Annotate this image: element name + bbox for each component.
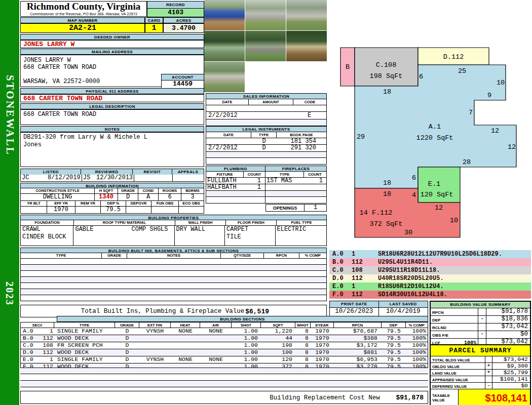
- physical-address-value: 668 CARTER TOWN ROAD: [20, 94, 204, 102]
- mailing-line2: 668 CARTER TOWN ROAD: [23, 64, 204, 71]
- property-photo-pool: [204, 0, 245, 30]
- wall-finish-value: DRY WALL: [175, 226, 225, 246]
- record-box: RECORD 4103: [147, 1, 204, 17]
- construction-style-label: CONSTRUCTION STYLE: [21, 188, 95, 193]
- sales-headers: DATE AMOUNT CODE: [206, 99, 327, 105]
- property-photo-front-view: [286, 0, 327, 30]
- property-photo-woods: [204, 31, 245, 61]
- yrblt-value: [21, 207, 47, 213]
- built-ins-total-value: $6,519: [218, 308, 269, 315]
- sketch-code-row: B.0112U29SL4U11R4D11.: [329, 258, 531, 266]
- listed-date: 8/12/2019: [48, 175, 81, 181]
- built-ins-title: BUILDING BUILT INS, BASEMENTS, ATTICS & …: [20, 248, 327, 253]
- last-saved-label: LAST SAVED: [379, 301, 429, 308]
- sketch-label: 1220 SqFt: [416, 134, 453, 142]
- replacement-cost-value: $91,878: [368, 394, 424, 401]
- notes-line1: DB291-320 from Larry W & Michele L: [23, 134, 204, 141]
- sketch-code-row: D.0112U40R18SR20D5L20U5.: [329, 274, 531, 282]
- bi-rpcn-label: RPCN: [264, 253, 299, 258]
- vs-row-dep: DEP - $18,836: [431, 316, 530, 323]
- sketch-label: 10: [450, 217, 458, 224]
- district-name: STONEWALL: [4, 75, 16, 156]
- sketch-label: 12: [508, 143, 516, 151]
- cond-value: A: [138, 194, 159, 200]
- sketch-code-row: E.01R18SU6R12D10L12U4.: [329, 282, 531, 291]
- sketch-label: 30: [404, 229, 412, 236]
- building-properties-headers: FOUNDATION ROOF TYPE/ MATERIAL WALL FINI…: [20, 220, 327, 226]
- sketch-label: 372 SqFt: [370, 220, 403, 228]
- fireplaces-headers: TYPE COUNT: [265, 172, 327, 178]
- sales-date-label: DATE: [206, 99, 249, 105]
- building-section-row: B.0112WOOD DECKD1.004481970$38879.5100%: [21, 335, 428, 342]
- built-ins-empty-row: [20, 289, 327, 295]
- ps-row-appraised: APPRAISED VALUE $108,141: [431, 376, 530, 383]
- built-ins-empty-rows: [20, 259, 327, 301]
- built-ins-headers: TYPE GRADE NOTES QTY/SIZE RPCN % COMP: [20, 253, 327, 259]
- hsqft-value: 1340: [95, 194, 118, 200]
- funobs-value: [151, 207, 179, 213]
- sketch-label: 12: [435, 204, 443, 212]
- county-header: Richmond County, Virginia Commissioner o…: [20, 1, 147, 17]
- built-ins-empty-row: [20, 283, 327, 289]
- sketch-label: 18: [383, 88, 391, 96]
- sketch-label: 14 F.112: [360, 209, 393, 217]
- sketch-label: 9: [487, 92, 491, 99]
- built-ins-empty-row: [20, 259, 327, 265]
- plumbing-count-label: COUNT: [244, 172, 265, 177]
- deeded-owner-label: DEEDED OWNER: [20, 34, 204, 40]
- wall-finish-label: WALL FINISH: [175, 220, 226, 225]
- construction-style-value: DWELLING: [21, 194, 95, 200]
- building-value-summary: BUILDING VALUE SUMMARY RPCN $91,878 DEP …: [430, 301, 531, 347]
- yrblt-label: YR BLT: [21, 201, 47, 206]
- sketch-label: 18: [383, 179, 391, 187]
- bi-grade-label: GRADE: [102, 253, 127, 258]
- effyr-value: 1970: [47, 207, 75, 213]
- building-info-values1: DWELLING 1340 D A 6 3: [20, 194, 204, 201]
- bs-header-grade: GRADE: [115, 322, 139, 328]
- taxable-value-amount: $108,141: [459, 389, 530, 405]
- legal-instruments-rows: D 181 354 2/2/2012 D 291 320: [206, 138, 327, 165]
- review-data-row: JC 8/12/2019 JS 12/30/2013: [20, 175, 204, 182]
- built-ins-empty-row: [20, 277, 327, 283]
- bi-comp-label: % COMP: [299, 253, 326, 258]
- foundation-value1: CRAWL: [22, 226, 73, 233]
- sketch-label: 28: [463, 158, 471, 166]
- grade-value: D: [118, 194, 138, 200]
- sketch-code-list: A.01SR18U6R28U12L12U7R9U10L25D6L18D29.B.…: [329, 250, 531, 299]
- reviewed-by: JS: [83, 175, 90, 181]
- bdrms-value: 3: [181, 194, 204, 200]
- property-photo-side-view: [204, 62, 245, 92]
- empty-rows: [20, 368, 428, 387]
- bs-header-rpcn: RPCN: [334, 322, 382, 328]
- cond-label: COND: [138, 188, 159, 193]
- sketch-label: 25: [458, 67, 466, 75]
- sketch-label: 12: [491, 127, 499, 135]
- li-date-label: DATE: [206, 132, 251, 138]
- bi-type-label: TYPE: [21, 253, 102, 258]
- legal-description-label: LEGAL DESCRIPTION: [20, 103, 204, 109]
- foundation-label: FOUNDATION: [21, 220, 74, 225]
- property-record-card: STONEWALL 2023 Richmond County, Virginia…: [0, 0, 532, 405]
- sketch-label: 10: [497, 79, 505, 87]
- photo-grid: [204, 0, 327, 92]
- sketch-label: 6: [412, 174, 416, 182]
- sketch-code-row: F.0112SD14R30U10L12U4L18.: [329, 291, 531, 299]
- openings-label: OPENINGS: [266, 205, 305, 211]
- bs-header-ext-fin: EXT FIN: [139, 322, 171, 328]
- notes-block: DB291-320 from Larry W & Michele L Jones: [20, 132, 204, 167]
- vs-row-obs: OBS F/E - $0: [431, 331, 530, 339]
- ps-row-deferred: DEFERRED VALUE - $0: [431, 383, 530, 389]
- map-number-value: 2A2-21: [20, 23, 145, 33]
- account-value: 14459: [161, 80, 204, 89]
- property-photo-carport: [245, 31, 286, 61]
- ecoobs-label: ECO OBS: [179, 201, 204, 206]
- ps-row-taxable: TAXABLE VALUE $108,141: [431, 389, 530, 405]
- print-saved-box: PRINT DATE LAST SAVED 10/26/2023 10/4/20…: [329, 301, 428, 316]
- listed-by: JC: [22, 175, 29, 181]
- notes-line2: Jones: [23, 141, 204, 149]
- property-photo-rear-view: [245, 0, 286, 30]
- built-ins-empty-row: [20, 295, 327, 301]
- building-sketch: BC.108198 SqFtD.1126251097A.11220 SqFt29…: [329, 40, 532, 249]
- sales-amount-label: AMOUNT: [249, 99, 293, 105]
- sketch-label: 198 SqFt: [370, 72, 403, 80]
